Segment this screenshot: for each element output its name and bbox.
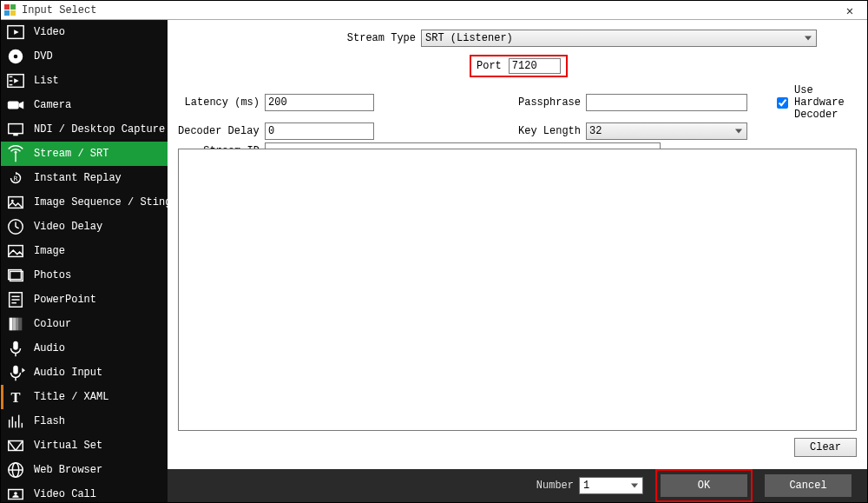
- imgseq-icon: [6, 194, 25, 211]
- image-icon: [6, 242, 25, 260]
- sidebar-item-flash[interactable]: Flash: [1, 409, 168, 434]
- port-label: Port: [477, 60, 502, 72]
- sidebar-item-dvd[interactable]: DVD: [1, 44, 168, 69]
- svg-point-14: [15, 151, 17, 154]
- stream-type-label: Stream Type: [178, 32, 421, 44]
- sidebar: VideoDVDListCameraNDI / Desktop CaptureS…: [1, 20, 168, 502]
- sidebar-item-label: List: [34, 75, 59, 87]
- web-icon: [6, 461, 25, 479]
- sidebar-item-label: Stream / SRT: [34, 148, 108, 160]
- svg-text:R: R: [14, 175, 18, 182]
- sidebar-item-label: Flash: [34, 415, 65, 427]
- svg-marker-5: [14, 78, 19, 83]
- sidebar-item-vdelay[interactable]: Video Delay: [1, 215, 168, 239]
- sidebar-item-label: Audio Input: [34, 367, 102, 379]
- svg-rect-43: [9, 441, 23, 451]
- photos-icon: [6, 267, 25, 284]
- sidebar-item-label: NDI / Desktop Capture: [34, 123, 165, 136]
- svg-rect-31: [19, 318, 23, 331]
- audio-icon: [6, 340, 25, 357]
- svg-line-45: [16, 441, 23, 451]
- decoder-delay-label: Decoder Delay (ms): [178, 125, 265, 137]
- app-icon: [4, 4, 16, 17]
- sidebar-item-vcall[interactable]: Video Call: [1, 482, 168, 502]
- sidebar-item-photos[interactable]: Photos: [1, 263, 168, 288]
- passphrase-label: Passphrase: [374, 96, 586, 109]
- svg-point-3: [14, 55, 18, 59]
- colour-icon: [6, 315, 25, 333]
- port-highlight-box: Port: [470, 55, 568, 77]
- number-select[interactable]: 1: [579, 477, 643, 494]
- sidebar-item-audioin[interactable]: Audio Input: [1, 361, 168, 385]
- vset-icon: [6, 437, 25, 454]
- latency-label: Latency (ms): [178, 96, 265, 109]
- cancel-button[interactable]: Cancel: [765, 474, 852, 497]
- svg-line-44: [9, 441, 16, 451]
- sidebar-item-label: Video: [34, 26, 65, 38]
- port-input[interactable]: [509, 58, 561, 74]
- sidebar-item-label: Image Sequence / Stinger: [34, 196, 168, 208]
- window-title: Input Select: [22, 4, 96, 17]
- vcall-icon: [6, 486, 25, 502]
- title-icon: T: [6, 388, 25, 406]
- stream-type-select[interactable]: SRT (Listener): [421, 30, 817, 47]
- titlebar: Input Select ✕: [1, 1, 867, 20]
- sidebar-item-label: DVD: [34, 50, 53, 63]
- svg-rect-29: [12, 318, 16, 331]
- number-label: Number: [536, 480, 574, 492]
- key-length-label: Key Length: [374, 125, 586, 137]
- svg-rect-9: [8, 101, 19, 109]
- hw-decoder-checkbox[interactable]: Use Hardware Decoder: [773, 84, 857, 121]
- svg-point-50: [14, 492, 17, 495]
- sidebar-item-label: Virtual Set: [34, 440, 102, 452]
- bottom-bar: Number 1 OK Cancel: [168, 469, 867, 502]
- svg-marker-1: [14, 30, 19, 35]
- clear-button[interactable]: Clear: [794, 438, 857, 457]
- sidebar-item-ppt[interactable]: PowerPoint: [1, 288, 168, 312]
- key-length-select[interactable]: 32: [586, 122, 747, 140]
- sidebar-item-ndi[interactable]: NDI / Desktop Capture: [1, 117, 168, 142]
- svg-rect-30: [16, 318, 19, 331]
- sidebar-item-camera[interactable]: Camera: [1, 93, 168, 117]
- sidebar-item-imgseq[interactable]: Image Sequence / Stinger: [1, 190, 168, 215]
- video-icon: [6, 23, 25, 41]
- sidebar-item-label: Video Call: [34, 488, 96, 500]
- sidebar-item-label: Camera: [34, 99, 71, 111]
- latency-input[interactable]: [265, 94, 374, 111]
- svg-marker-10: [19, 101, 23, 109]
- replay-icon: R: [6, 169, 25, 187]
- sidebar-item-list[interactable]: List: [1, 69, 168, 93]
- flash-icon: [6, 413, 25, 430]
- sidebar-item-video[interactable]: Video: [1, 20, 168, 44]
- sidebar-item-label: Audio: [34, 342, 65, 354]
- sidebar-item-audio[interactable]: Audio: [1, 336, 168, 361]
- sidebar-item-replay[interactable]: RInstant Replay: [1, 166, 168, 190]
- hw-decoder-checkbox-input[interactable]: [777, 97, 788, 109]
- dvd-icon: [6, 48, 25, 65]
- sidebar-item-label: Photos: [34, 269, 71, 281]
- passphrase-input[interactable]: [586, 94, 747, 111]
- sidebar-item-colour[interactable]: Colour: [1, 312, 168, 336]
- ppt-icon: [6, 291, 25, 308]
- svg-rect-21: [9, 246, 23, 257]
- decoder-delay-input[interactable]: [265, 122, 374, 140]
- ndi-icon: [6, 121, 25, 138]
- sidebar-item-vset[interactable]: Virtual Set: [1, 434, 168, 458]
- audioin-icon: [6, 364, 25, 381]
- sidebar-item-web[interactable]: Web Browser: [1, 458, 168, 482]
- content-pane: Stream Type SRT (Listener) Port Latency …: [168, 20, 867, 502]
- log-output[interactable]: [178, 149, 857, 431]
- close-button[interactable]: ✕: [832, 1, 867, 20]
- sidebar-item-title[interactable]: TTitle / XAML: [1, 385, 168, 409]
- sidebar-item-label: Web Browser: [34, 464, 102, 476]
- svg-rect-12: [13, 134, 18, 136]
- sidebar-item-label: Title / XAML: [34, 391, 108, 403]
- svg-marker-36: [22, 368, 25, 374]
- sidebar-item-stream[interactable]: Stream / SRT: [1, 142, 168, 166]
- svg-rect-11: [9, 124, 23, 134]
- ok-button[interactable]: OK: [661, 474, 747, 497]
- sidebar-item-image[interactable]: Image: [1, 239, 168, 263]
- hw-decoder-label: Use Hardware Decoder: [794, 84, 857, 121]
- stream-icon: [6, 145, 25, 162]
- camera-icon: [6, 96, 25, 114]
